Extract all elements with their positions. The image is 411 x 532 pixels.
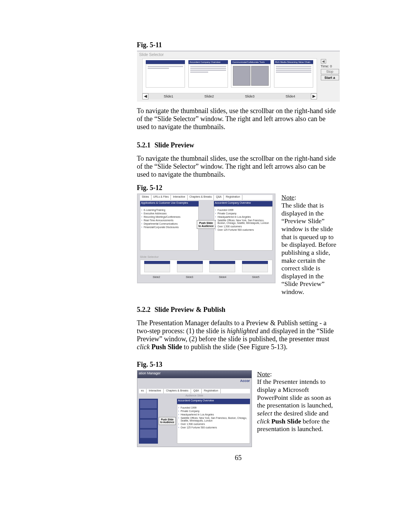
tab-item[interactable]: es	[139, 389, 147, 393]
thumbnail-label: Slide1	[164, 94, 173, 98]
section-title: Slide Preview & Publish	[155, 306, 225, 313]
mini-thumbnail[interactable]	[242, 261, 268, 272]
tab-registration[interactable]: Registration	[224, 195, 242, 200]
list-item: Over 1,500 customers	[181, 423, 249, 425]
preview-right-body: Founded 1999 Private Company Headquarter…	[214, 206, 272, 251]
figure-label-5-11: Fig. 5-11	[137, 41, 340, 49]
thumbnail-slide4[interactable]: Rich Media Streaming Value Chain	[274, 60, 313, 88]
slide-selector-title: Slide Selector	[139, 52, 164, 57]
thumbnail-slide2[interactable]: Accordent Company Overview	[188, 60, 228, 88]
push-slide-button[interactable]: Push Slide to Audience	[197, 220, 216, 229]
mini-thumbnail-label: Slide4	[219, 276, 226, 281]
list-item: Private Company	[218, 212, 271, 215]
mini-thumbnail-row	[140, 260, 272, 275]
tab-item[interactable]: Registration	[202, 389, 221, 393]
list-item: Departmental Communications	[144, 222, 197, 225]
list-item: E-Learning/Training	[144, 209, 197, 211]
figure-5-12-note: Note: The slide that is displayed in the…	[282, 193, 340, 296]
preview-right-header: Accordent Company Overview	[177, 399, 250, 404]
note-label: Note	[257, 370, 270, 378]
thumbnail-slide3[interactable]: Communicate/Collaborate Tools	[231, 60, 270, 88]
list-item: Headquartered in Los Angeles	[181, 413, 249, 416]
left-thumbnail-column	[139, 399, 158, 444]
figure-5-11: Slide Selector Accordent Company Overvie…	[137, 51, 340, 102]
brand-label: Accor	[240, 379, 250, 383]
tab-chapters-breaks[interactable]: Chapters & Breaks	[188, 195, 214, 200]
control-panel: ◀ Time: 0 Stop Start a	[321, 58, 339, 81]
push-slide-line2: to Audience	[199, 225, 214, 227]
preview-right-body: Founded 1999 Private Company Headquarter…	[177, 404, 250, 444]
note-body: The slide that is displayed in the “Prev…	[282, 201, 336, 296]
rewind-button[interactable]: ◀	[321, 59, 326, 64]
section-heading-5-2-1: 5.2.1 Slide Preview	[137, 141, 340, 149]
mini-thumbnail-label: Slide5	[252, 276, 259, 281]
document-page: Fig. 5-11 Slide Selector Accordent Compa…	[53, 0, 359, 473]
thumbnail-header: Rich Media Streaming Value Chain	[274, 60, 313, 64]
preview-right-header: Accordent Company Overview	[214, 201, 272, 206]
mini-selector-label: Slide Selector	[140, 255, 159, 259]
tabs-bar: Slides URLs & Files Interactive Chapters…	[140, 195, 272, 200]
list-item: Financial/Corporate Disclosures	[144, 226, 197, 228]
thumbnail-header: Communicate/Collaborate Tools	[231, 60, 270, 64]
list-item: Recording Meetings/Conferences	[144, 216, 197, 218]
stop-button[interactable]: Stop	[321, 69, 339, 74]
thumbnail-label: Slide4	[286, 94, 295, 98]
body-paragraph: To navigate the thumbnail slides, use th…	[137, 155, 340, 179]
audience-slide-label: Audience Slide	[139, 394, 250, 399]
mini-thumbnail-label: Slide2	[153, 276, 160, 281]
page-number: 65	[137, 454, 340, 462]
tab-slides[interactable]: Slides	[140, 195, 151, 200]
figure-5-12: Slides URLs & Files Interactive Chapters…	[137, 193, 276, 283]
list-item: Headquartered in Los Angeles	[218, 216, 271, 218]
mini-thumbnail[interactable]	[209, 261, 235, 272]
start-button[interactable]: Start a	[321, 75, 339, 80]
section-heading-5-2-2: 5.2.2 Slide Preview & Publish	[137, 306, 340, 314]
tab-item[interactable]: Chapters & Breaks	[164, 389, 191, 393]
list-item: Executive Addresses	[144, 212, 197, 215]
tabs-bar: es Interactive Chapters & Breaks Q&A Reg…	[139, 389, 250, 393]
tab-urls-files[interactable]: URLs & Files	[151, 195, 171, 200]
note-label: Note	[282, 193, 295, 201]
list-item: Over 125 Fortune 500 customers	[218, 228, 271, 231]
thumbnail-label: Slide2	[204, 94, 214, 98]
nav-right-icon[interactable]: ▶	[311, 93, 317, 99]
thumbnail-row: Accordent Company Overview Communicate/C…	[142, 58, 317, 93]
preview-left-header: Applications & Customer Use Examples	[140, 201, 199, 206]
tab-interactive[interactable]: Interactive	[171, 195, 187, 200]
figure-label-5-13: Fig. 5-13	[137, 361, 340, 369]
list-item: Founded 1999	[218, 209, 271, 211]
thumbnail-header	[146, 60, 185, 64]
figure-5-13-note: Note: If the Presenter intends to displa…	[257, 370, 340, 433]
list-item: Satellite Offices: New York, San Francis…	[181, 417, 249, 422]
push-slide-line2: to Audience	[160, 421, 174, 423]
tab-item[interactable]: Interactive	[147, 389, 164, 393]
preview-left-body: E-Learning/Training Executive Addresses …	[140, 206, 199, 251]
thumbnail-slide1[interactable]	[146, 60, 185, 88]
list-item: Private Company	[181, 410, 249, 412]
push-slide-button[interactable]: Push Slide to Audience	[159, 417, 176, 425]
push-slide-line1: Push Slide	[199, 222, 213, 224]
thumbnail-tile[interactable]	[140, 429, 157, 438]
section-number: 5.2.2	[137, 306, 151, 313]
list-item: Satellite Offices: New York, San Francis…	[218, 219, 271, 224]
mini-thumbnail[interactable]	[144, 261, 170, 272]
thumbnail-tile[interactable]	[140, 409, 157, 419]
figure-5-13: ation Manager Accor es Interactive Chapt…	[137, 370, 252, 447]
tab-item[interactable]: Q&A	[191, 389, 202, 393]
list-item: Over 1,500 customers	[218, 225, 271, 228]
mini-thumbnail-label: Slide3	[186, 276, 193, 281]
list-item: Over 125 Fortune 500 customers	[181, 426, 249, 429]
thumbnail-tile[interactable]	[140, 399, 157, 409]
body-paragraph: The Presentation Manager defaults to a P…	[137, 319, 340, 351]
time-label: Time: 0	[321, 64, 339, 68]
list-item: Founded 1999	[181, 406, 249, 409]
thumbnail-tile[interactable]	[140, 419, 157, 428]
tab-qa[interactable]: Q&A	[214, 195, 224, 200]
window-titlebar: ation Manager	[137, 371, 252, 378]
thumbnail-label: Slide3	[245, 94, 255, 98]
figure-label-5-12: Fig. 5-12	[137, 184, 340, 192]
mini-thumbnail[interactable]	[177, 261, 203, 272]
nav-left-icon[interactable]: ◀	[142, 93, 148, 99]
section-number: 5.2.1	[137, 141, 151, 149]
thumbnail-header: Accordent Company Overview	[188, 60, 228, 64]
